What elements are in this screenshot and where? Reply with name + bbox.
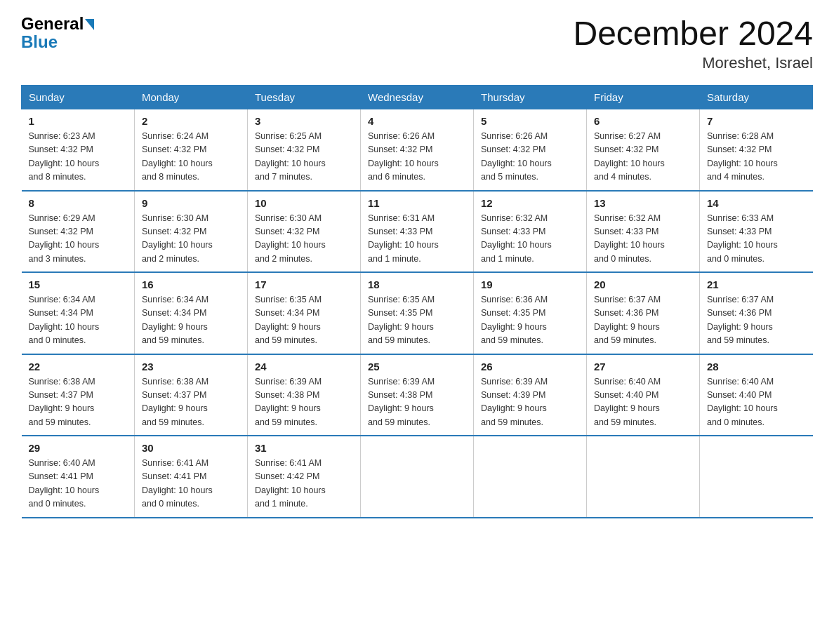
calendar-cell: 3 Sunrise: 6:25 AMSunset: 4:32 PMDayligh… [248,109,361,191]
day-number: 7 [707,115,806,127]
calendar-cell: 13 Sunrise: 6:32 AMSunset: 4:33 PMDaylig… [587,191,700,273]
calendar-week-row: 8 Sunrise: 6:29 AMSunset: 4:32 PMDayligh… [22,191,813,273]
day-number: 11 [368,197,466,209]
day-number: 19 [481,279,579,290]
calendar-week-row: 29 Sunrise: 6:40 AMSunset: 4:41 PMDaylig… [22,436,813,518]
calendar-week-row: 1 Sunrise: 6:23 AMSunset: 4:32 PMDayligh… [22,109,813,191]
day-number: 21 [707,279,806,290]
calendar-cell: 26 Sunrise: 6:39 AMSunset: 4:39 PMDaylig… [474,354,587,436]
calendar-cell: 30 Sunrise: 6:41 AMSunset: 4:41 PMDaylig… [135,436,248,518]
calendar-cell: 19 Sunrise: 6:36 AMSunset: 4:35 PMDaylig… [474,272,587,354]
day-info: Sunrise: 6:32 AMSunset: 4:33 PMDaylight:… [481,213,552,264]
calendar-cell: 27 Sunrise: 6:40 AMSunset: 4:40 PMDaylig… [587,354,700,436]
day-number: 6 [594,115,692,127]
day-info: Sunrise: 6:41 AMSunset: 4:42 PMDaylight:… [255,458,326,509]
calendar-cell [700,436,813,518]
day-number: 29 [29,442,128,454]
day-info: Sunrise: 6:31 AMSunset: 4:33 PMDaylight:… [368,213,439,264]
day-number: 17 [255,279,353,290]
calendar-cell: 23 Sunrise: 6:38 AMSunset: 4:37 PMDaylig… [135,354,248,436]
calendar-cell [587,436,700,518]
calendar-cell: 9 Sunrise: 6:30 AMSunset: 4:32 PMDayligh… [135,191,248,273]
calendar-cell: 10 Sunrise: 6:30 AMSunset: 4:32 PMDaylig… [248,191,361,273]
day-info: Sunrise: 6:33 AMSunset: 4:33 PMDaylight:… [707,213,778,264]
logo: General Blue [21,14,94,52]
day-info: Sunrise: 6:26 AMSunset: 4:32 PMDaylight:… [481,131,552,182]
day-number: 28 [707,361,806,373]
column-header-saturday: Saturday [700,86,813,109]
day-number: 24 [255,361,353,373]
day-info: Sunrise: 6:35 AMSunset: 4:34 PMDaylight:… [255,295,322,345]
calendar-table: SundayMondayTuesdayWednesdayThursdayFrid… [21,85,813,518]
day-number: 27 [594,361,692,373]
calendar-cell: 22 Sunrise: 6:38 AMSunset: 4:37 PMDaylig… [22,354,135,436]
day-info: Sunrise: 6:28 AMSunset: 4:32 PMDaylight:… [707,131,778,182]
day-info: Sunrise: 6:41 AMSunset: 4:41 PMDaylight:… [142,458,213,509]
logo-blue-text: Blue [21,32,58,52]
day-number: 13 [594,197,692,209]
day-number: 18 [368,279,466,290]
day-number: 14 [707,197,806,209]
day-info: Sunrise: 6:24 AMSunset: 4:32 PMDaylight:… [142,131,213,182]
day-info: Sunrise: 6:39 AMSunset: 4:38 PMDaylight:… [368,377,435,427]
calendar-cell: 1 Sunrise: 6:23 AMSunset: 4:32 PMDayligh… [22,109,135,191]
calendar-week-row: 15 Sunrise: 6:34 AMSunset: 4:34 PMDaylig… [22,272,813,354]
calendar-cell: 12 Sunrise: 6:32 AMSunset: 4:33 PMDaylig… [474,191,587,273]
page-header: General Blue December 2024 Moreshet, Isr… [21,14,813,72]
day-info: Sunrise: 6:39 AMSunset: 4:39 PMDaylight:… [481,377,548,427]
calendar-week-row: 22 Sunrise: 6:38 AMSunset: 4:37 PMDaylig… [22,354,813,436]
day-info: Sunrise: 6:29 AMSunset: 4:32 PMDaylight:… [29,213,100,264]
day-info: Sunrise: 6:37 AMSunset: 4:36 PMDaylight:… [707,295,774,345]
column-header-thursday: Thursday [474,86,587,109]
calendar-cell: 4 Sunrise: 6:26 AMSunset: 4:32 PMDayligh… [361,109,474,191]
calendar-cell: 28 Sunrise: 6:40 AMSunset: 4:40 PMDaylig… [700,354,813,436]
calendar-cell [361,436,474,518]
day-info: Sunrise: 6:39 AMSunset: 4:38 PMDaylight:… [255,377,322,427]
day-info: Sunrise: 6:36 AMSunset: 4:35 PMDaylight:… [481,295,548,345]
day-number: 12 [481,197,579,209]
calendar-cell: 31 Sunrise: 6:41 AMSunset: 4:42 PMDaylig… [248,436,361,518]
day-info: Sunrise: 6:40 AMSunset: 4:40 PMDaylight:… [707,377,778,427]
day-info: Sunrise: 6:38 AMSunset: 4:37 PMDaylight:… [142,377,208,427]
column-header-friday: Friday [587,86,700,109]
calendar-cell: 21 Sunrise: 6:37 AMSunset: 4:36 PMDaylig… [700,272,813,354]
column-header-wednesday: Wednesday [361,86,474,109]
day-info: Sunrise: 6:38 AMSunset: 4:37 PMDaylight:… [29,377,95,427]
day-number: 3 [255,115,353,127]
day-info: Sunrise: 6:27 AMSunset: 4:32 PMDaylight:… [594,131,665,182]
logo-triangle-icon [85,19,94,30]
column-header-monday: Monday [135,86,248,109]
calendar-cell: 17 Sunrise: 6:35 AMSunset: 4:34 PMDaylig… [248,272,361,354]
day-number: 10 [255,197,353,209]
day-info: Sunrise: 6:40 AMSunset: 4:41 PMDaylight:… [29,458,100,509]
day-number: 22 [29,361,128,373]
page-title: December 2024 [573,14,813,53]
day-number: 2 [142,115,240,127]
calendar-cell: 25 Sunrise: 6:39 AMSunset: 4:38 PMDaylig… [361,354,474,436]
calendar-cell: 24 Sunrise: 6:39 AMSunset: 4:38 PMDaylig… [248,354,361,436]
day-number: 25 [368,361,466,373]
day-number: 26 [481,361,579,373]
day-number: 30 [142,442,240,454]
calendar-cell [474,436,587,518]
day-info: Sunrise: 6:26 AMSunset: 4:32 PMDaylight:… [368,131,439,182]
day-number: 20 [594,279,692,290]
day-info: Sunrise: 6:30 AMSunset: 4:32 PMDaylight:… [142,213,213,264]
day-info: Sunrise: 6:32 AMSunset: 4:33 PMDaylight:… [594,213,665,264]
calendar-cell: 14 Sunrise: 6:33 AMSunset: 4:33 PMDaylig… [700,191,813,273]
page-subtitle: Moreshet, Israel [573,54,813,72]
day-info: Sunrise: 6:34 AMSunset: 4:34 PMDaylight:… [29,295,100,345]
day-info: Sunrise: 6:35 AMSunset: 4:35 PMDaylight:… [368,295,435,345]
day-number: 5 [481,115,579,127]
day-number: 9 [142,197,240,209]
calendar-cell: 8 Sunrise: 6:29 AMSunset: 4:32 PMDayligh… [22,191,135,273]
day-number: 31 [255,442,353,454]
calendar-cell: 20 Sunrise: 6:37 AMSunset: 4:36 PMDaylig… [587,272,700,354]
day-info: Sunrise: 6:34 AMSunset: 4:34 PMDaylight:… [142,295,208,345]
calendar-cell: 7 Sunrise: 6:28 AMSunset: 4:32 PMDayligh… [700,109,813,191]
calendar-cell: 16 Sunrise: 6:34 AMSunset: 4:34 PMDaylig… [135,272,248,354]
day-number: 15 [29,279,128,290]
calendar-cell: 5 Sunrise: 6:26 AMSunset: 4:32 PMDayligh… [474,109,587,191]
day-number: 1 [29,115,128,127]
day-info: Sunrise: 6:25 AMSunset: 4:32 PMDaylight:… [255,131,326,182]
